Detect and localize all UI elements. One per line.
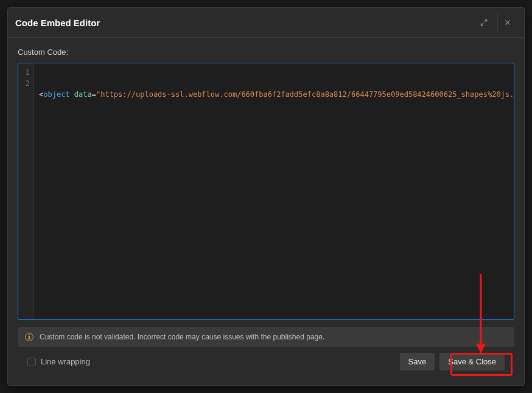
checkbox-box[interactable] [27,358,36,366]
modal-body: Custom Code: 1 2 <object data="https://u… [8,38,524,385]
line-number: 2 [21,78,30,89]
line-number: 1 [21,67,30,78]
close-icon[interactable] [497,13,517,32]
modal-footer: Line wrapping Save Save & Close [18,347,514,379]
modal-header: Code Embed Editor [8,8,524,38]
editor-gutter: 1 2 [18,63,34,319]
save-close-button[interactable]: Save & Close [439,353,505,370]
checkbox-label: Line wrapping [41,357,90,366]
editor-label: Custom Code: [18,48,514,57]
header-controls [474,13,517,32]
modal-title: Code Embed Editor [15,18,100,28]
warning-bar: i Custom code is not validated. Incorrec… [18,327,514,347]
code-line [39,122,509,133]
save-button[interactable]: Save [400,353,435,370]
code-embed-modal: Code Embed Editor Custom Code: 1 2 <obje… [7,7,525,386]
expand-icon[interactable] [474,13,494,32]
info-icon: i [25,333,33,341]
editor-content[interactable]: <object data="https://uploads-ssl.webflo… [34,63,514,319]
code-editor[interactable]: 1 2 <object data="https://uploads-ssl.we… [18,63,514,320]
line-wrapping-checkbox[interactable]: Line wrapping [27,357,90,366]
footer-buttons: Save Save & Close [400,353,505,370]
warning-text: Custom code is not validated. Incorrect … [40,333,324,341]
code-line: <object data="https://uploads-ssl.webflo… [39,89,509,100]
